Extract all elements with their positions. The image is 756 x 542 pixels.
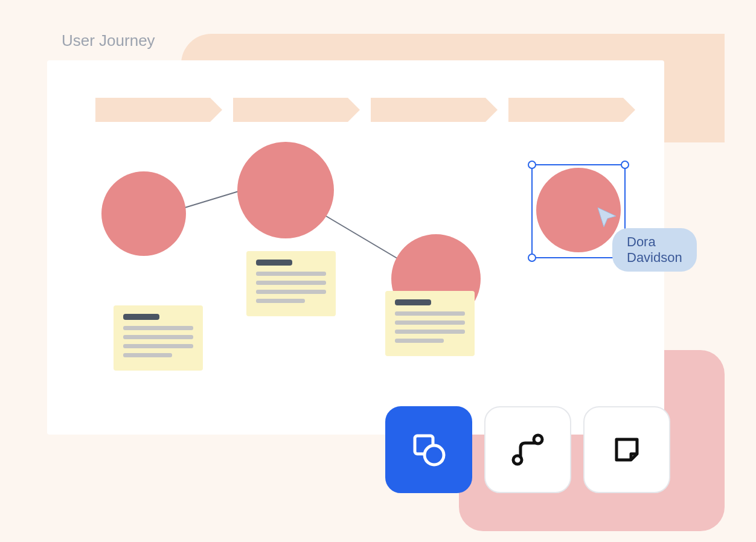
shape-tool-button[interactable] bbox=[385, 406, 472, 493]
sticky-header-icon bbox=[395, 299, 431, 305]
collaborator-cursor-icon bbox=[595, 205, 620, 229]
sticky-note-2[interactable] bbox=[246, 251, 336, 316]
whiteboard-canvas[interactable]: Dora Davidson bbox=[47, 60, 664, 435]
sticky-text-line bbox=[395, 339, 444, 343]
sticky-text-line bbox=[123, 326, 193, 330]
connector-tool-button[interactable] bbox=[484, 406, 571, 493]
sticky-text-line bbox=[395, 320, 465, 325]
sticky-note-1[interactable] bbox=[114, 305, 203, 371]
selection-handle-ne[interactable] bbox=[621, 161, 629, 169]
sticky-text-line bbox=[395, 330, 465, 334]
collaborator-name-badge: Dora Davidson bbox=[612, 228, 697, 272]
node-circle-1[interactable] bbox=[101, 171, 186, 256]
sticky-header-icon bbox=[256, 260, 292, 266]
sticky-text-line bbox=[256, 281, 326, 285]
sticky-text-line bbox=[123, 353, 172, 357]
selection-handle-sw[interactable] bbox=[528, 253, 536, 262]
sticky-note-tool-icon bbox=[610, 433, 643, 466]
sticky-note-tool-button[interactable] bbox=[583, 406, 670, 493]
shape-tool-icon bbox=[410, 431, 447, 468]
connector-tool-icon bbox=[510, 432, 545, 467]
sticky-text-line bbox=[123, 335, 193, 339]
sticky-note-3[interactable] bbox=[385, 291, 475, 356]
sticky-header-icon bbox=[123, 314, 159, 320]
sticky-text-line bbox=[256, 272, 326, 276]
selection-handle-nw[interactable] bbox=[528, 161, 536, 169]
sticky-text-line bbox=[256, 290, 326, 294]
node-circle-2[interactable] bbox=[237, 142, 334, 238]
svg-point-7 bbox=[424, 445, 444, 465]
sticky-text-line bbox=[395, 311, 465, 316]
sticky-text-line bbox=[256, 299, 305, 303]
floating-toolbar bbox=[385, 406, 670, 493]
page-title: User Journey bbox=[62, 31, 155, 50]
sticky-text-line bbox=[123, 344, 193, 348]
